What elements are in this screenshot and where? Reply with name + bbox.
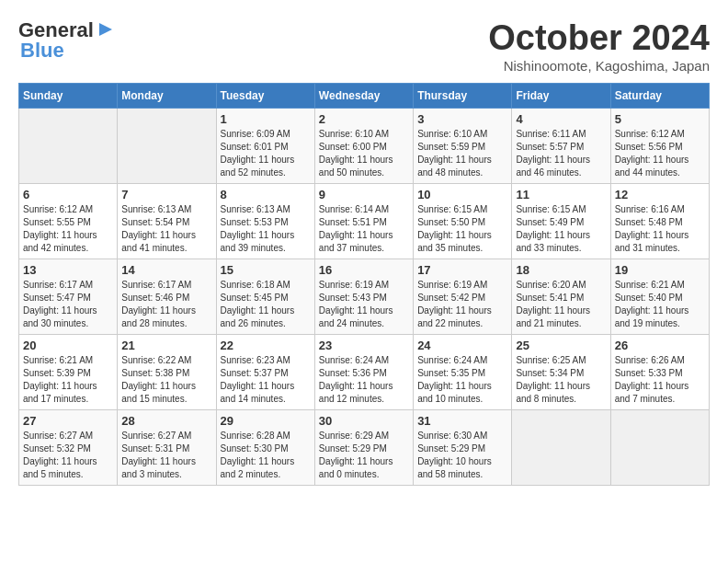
calendar-cell: 31Sunrise: 6:30 AMSunset: 5:29 PMDayligh… xyxy=(414,410,512,486)
calendar-cell: 21Sunrise: 6:22 AMSunset: 5:38 PMDayligh… xyxy=(118,335,216,410)
calendar-cell: 12Sunrise: 6:16 AMSunset: 5:48 PMDayligh… xyxy=(610,184,709,259)
day-number: 3 xyxy=(417,112,507,126)
month-title: October 2024 xyxy=(488,18,710,58)
day-info: Sunrise: 6:18 AMSunset: 5:45 PMDaylight:… xyxy=(221,279,311,330)
calendar-cell: 23Sunrise: 6:24 AMSunset: 5:36 PMDayligh… xyxy=(314,335,413,410)
calendar-cell: 7Sunrise: 6:13 AMSunset: 5:54 PMDaylight… xyxy=(118,184,216,259)
calendar-cell: 27Sunrise: 6:27 AMSunset: 5:32 PMDayligh… xyxy=(19,410,118,486)
calendar-cell: 5Sunrise: 6:12 AMSunset: 5:56 PMDaylight… xyxy=(610,109,709,184)
day-info: Sunrise: 6:17 AMSunset: 5:47 PMDaylight:… xyxy=(23,279,113,330)
calendar-cell: 28Sunrise: 6:27 AMSunset: 5:31 PMDayligh… xyxy=(118,410,216,486)
calendar-week-row: 13Sunrise: 6:17 AMSunset: 5:47 PMDayligh… xyxy=(19,259,710,335)
calendar-cell: 14Sunrise: 6:17 AMSunset: 5:46 PMDayligh… xyxy=(118,259,216,335)
day-info: Sunrise: 6:15 AMSunset: 5:50 PMDaylight:… xyxy=(417,203,507,255)
day-number: 9 xyxy=(319,188,409,201)
calendar-cell: 2Sunrise: 6:10 AMSunset: 6:00 PMDaylight… xyxy=(314,109,413,184)
day-info: Sunrise: 6:16 AMSunset: 5:48 PMDaylight:… xyxy=(615,203,705,255)
day-number: 18 xyxy=(516,263,606,277)
day-info: Sunrise: 6:21 AMSunset: 5:39 PMDaylight:… xyxy=(23,354,113,406)
weekday-header: Saturday xyxy=(610,84,709,109)
calendar-week-row: 1Sunrise: 6:09 AMSunset: 6:01 PMDaylight… xyxy=(19,109,710,184)
day-info: Sunrise: 6:14 AMSunset: 5:51 PMDaylight:… xyxy=(319,203,409,255)
day-number: 25 xyxy=(516,339,606,352)
calendar-cell: 13Sunrise: 6:17 AMSunset: 5:47 PMDayligh… xyxy=(19,259,118,335)
day-info: Sunrise: 6:11 AMSunset: 5:57 PMDaylight:… xyxy=(516,128,606,179)
day-info: Sunrise: 6:25 AMSunset: 5:34 PMDaylight:… xyxy=(516,354,606,406)
calendar-week-row: 27Sunrise: 6:27 AMSunset: 5:32 PMDayligh… xyxy=(19,410,710,486)
day-info: Sunrise: 6:24 AMSunset: 5:35 PMDaylight:… xyxy=(417,354,507,406)
calendar-table: SundayMondayTuesdayWednesdayThursdayFrid… xyxy=(18,83,710,486)
weekday-header-row: SundayMondayTuesdayWednesdayThursdayFrid… xyxy=(19,84,710,109)
day-info: Sunrise: 6:20 AMSunset: 5:41 PMDaylight:… xyxy=(516,279,606,330)
day-info: Sunrise: 6:26 AMSunset: 5:33 PMDaylight:… xyxy=(615,354,705,406)
page-header: General Blue October 2024 Nishinoomote, … xyxy=(18,18,710,74)
calendar-cell: 1Sunrise: 6:09 AMSunset: 6:01 PMDaylight… xyxy=(216,109,314,184)
logo-blue: Blue xyxy=(20,39,64,63)
day-number: 7 xyxy=(121,188,211,201)
day-info: Sunrise: 6:12 AMSunset: 5:55 PMDaylight:… xyxy=(23,203,113,255)
day-info: Sunrise: 6:29 AMSunset: 5:29 PMDaylight:… xyxy=(319,430,409,481)
day-number: 10 xyxy=(417,188,507,201)
day-number: 28 xyxy=(121,414,211,428)
day-info: Sunrise: 6:13 AMSunset: 5:54 PMDaylight:… xyxy=(121,203,211,255)
day-info: Sunrise: 6:28 AMSunset: 5:30 PMDaylight:… xyxy=(221,430,311,481)
calendar-cell xyxy=(610,410,709,486)
calendar-cell: 30Sunrise: 6:29 AMSunset: 5:29 PMDayligh… xyxy=(314,410,413,486)
day-number: 13 xyxy=(23,263,113,277)
weekday-header: Thursday xyxy=(414,84,512,109)
day-number: 22 xyxy=(221,339,311,352)
location-title: Nishinoomote, Kagoshima, Japan xyxy=(488,58,710,74)
calendar-cell: 26Sunrise: 6:26 AMSunset: 5:33 PMDayligh… xyxy=(610,335,709,410)
title-block: October 2024 Nishinoomote, Kagoshima, Ja… xyxy=(488,18,710,74)
day-info: Sunrise: 6:27 AMSunset: 5:32 PMDaylight:… xyxy=(23,430,113,481)
day-number: 20 xyxy=(23,339,113,352)
day-number: 12 xyxy=(615,188,705,201)
calendar-cell: 11Sunrise: 6:15 AMSunset: 5:49 PMDayligh… xyxy=(512,184,610,259)
calendar-cell: 24Sunrise: 6:24 AMSunset: 5:35 PMDayligh… xyxy=(414,335,512,410)
calendar-cell xyxy=(118,109,216,184)
day-number: 15 xyxy=(221,263,311,277)
day-info: Sunrise: 6:24 AMSunset: 5:36 PMDaylight:… xyxy=(319,354,409,406)
day-info: Sunrise: 6:15 AMSunset: 5:49 PMDaylight:… xyxy=(516,203,606,255)
weekday-header: Sunday xyxy=(19,84,118,109)
day-info: Sunrise: 6:13 AMSunset: 5:53 PMDaylight:… xyxy=(221,203,311,255)
day-number: 27 xyxy=(23,414,113,428)
day-number: 5 xyxy=(615,112,705,126)
day-info: Sunrise: 6:10 AMSunset: 6:00 PMDaylight:… xyxy=(319,128,409,179)
weekday-header: Tuesday xyxy=(216,84,314,109)
day-info: Sunrise: 6:21 AMSunset: 5:40 PMDaylight:… xyxy=(615,279,705,330)
day-info: Sunrise: 6:17 AMSunset: 5:46 PMDaylight:… xyxy=(121,279,211,330)
calendar-cell: 15Sunrise: 6:18 AMSunset: 5:45 PMDayligh… xyxy=(216,259,314,335)
calendar-week-row: 20Sunrise: 6:21 AMSunset: 5:39 PMDayligh… xyxy=(19,335,710,410)
calendar-cell: 4Sunrise: 6:11 AMSunset: 5:57 PMDaylight… xyxy=(512,109,610,184)
calendar-cell xyxy=(512,410,610,486)
calendar-cell xyxy=(19,109,118,184)
day-info: Sunrise: 6:22 AMSunset: 5:38 PMDaylight:… xyxy=(121,354,211,406)
day-info: Sunrise: 6:30 AMSunset: 5:29 PMDaylight:… xyxy=(417,430,507,481)
day-number: 19 xyxy=(615,263,705,277)
day-number: 6 xyxy=(23,188,113,201)
svg-marker-0 xyxy=(99,23,112,36)
calendar-cell: 19Sunrise: 6:21 AMSunset: 5:40 PMDayligh… xyxy=(610,259,709,335)
day-number: 29 xyxy=(221,414,311,428)
calendar-cell: 25Sunrise: 6:25 AMSunset: 5:34 PMDayligh… xyxy=(512,335,610,410)
day-info: Sunrise: 6:19 AMSunset: 5:42 PMDaylight:… xyxy=(417,279,507,330)
day-number: 8 xyxy=(221,188,311,201)
calendar-cell: 10Sunrise: 6:15 AMSunset: 5:50 PMDayligh… xyxy=(414,184,512,259)
weekday-header: Friday xyxy=(512,84,610,109)
calendar-cell: 3Sunrise: 6:10 AMSunset: 5:59 PMDaylight… xyxy=(414,109,512,184)
calendar-cell: 29Sunrise: 6:28 AMSunset: 5:30 PMDayligh… xyxy=(216,410,314,486)
calendar-cell: 16Sunrise: 6:19 AMSunset: 5:43 PMDayligh… xyxy=(314,259,413,335)
weekday-header: Monday xyxy=(118,84,216,109)
calendar-cell: 18Sunrise: 6:20 AMSunset: 5:41 PMDayligh… xyxy=(512,259,610,335)
calendar-cell: 9Sunrise: 6:14 AMSunset: 5:51 PMDaylight… xyxy=(314,184,413,259)
logo-arrow-icon xyxy=(96,19,116,40)
day-number: 14 xyxy=(121,263,211,277)
weekday-header: Wednesday xyxy=(314,84,413,109)
day-number: 2 xyxy=(319,112,409,126)
day-info: Sunrise: 6:12 AMSunset: 5:56 PMDaylight:… xyxy=(615,128,705,179)
day-number: 16 xyxy=(319,263,409,277)
day-info: Sunrise: 6:27 AMSunset: 5:31 PMDaylight:… xyxy=(121,430,211,481)
day-number: 1 xyxy=(221,112,311,126)
calendar-cell: 22Sunrise: 6:23 AMSunset: 5:37 PMDayligh… xyxy=(216,335,314,410)
